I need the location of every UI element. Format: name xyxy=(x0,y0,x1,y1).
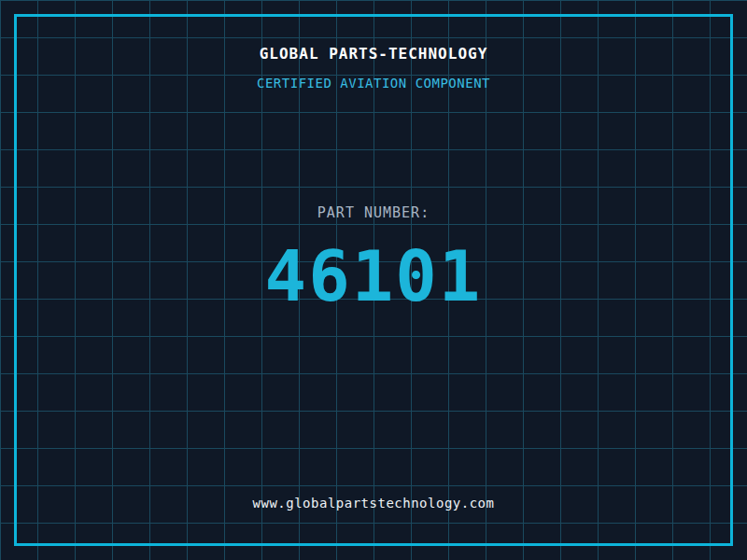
company-title: GLOBAL PARTS-TECHNOLOGY xyxy=(0,45,747,63)
certification-subtitle: CERTIFIED AVIATION COMPONENT xyxy=(0,76,747,91)
blueprint-page: GLOBAL PARTS-TECHNOLOGY CERTIFIED AVIATI… xyxy=(0,0,747,560)
part-number-label: PART NUMBER: xyxy=(0,204,747,221)
website-url: www.globalpartstechnology.com xyxy=(0,496,747,511)
part-number-value: 46101 xyxy=(0,237,747,315)
